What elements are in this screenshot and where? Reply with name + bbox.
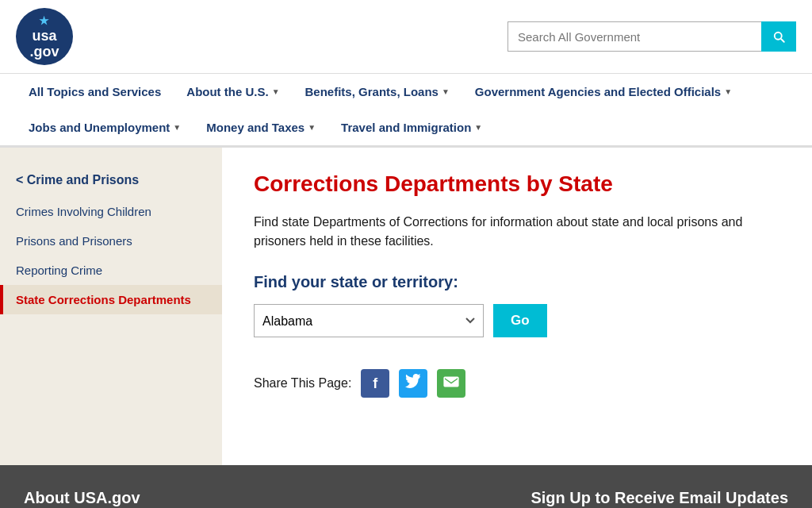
nav-link-all-topics[interactable]: All Topics and Services (16, 74, 174, 112)
go-button[interactable]: Go (493, 304, 547, 337)
nav-item-travel: Travel and Immigration ▼ (328, 110, 495, 145)
sidebar-item-state-corrections: State Corrections Departments (0, 285, 222, 314)
state-selector: Alabama Alaska Arizona Arkansas Californ… (254, 304, 780, 337)
sidebar-link-state-corrections[interactable]: State Corrections Departments (3, 285, 222, 314)
search-icon (772, 29, 786, 44)
nav-link-travel[interactable]: Travel and Immigration ▼ (328, 110, 495, 148)
twitter-share-button[interactable] (399, 369, 427, 398)
sidebar-nav-list: Crimes Involving Children Prisons and Pr… (0, 197, 222, 314)
sidebar-item-crimes-children: Crimes Involving Children (0, 197, 222, 226)
footer-about-heading: About USA.gov (24, 489, 163, 507)
state-select[interactable]: Alabama Alaska Arizona Arkansas Californ… (254, 304, 484, 337)
sidebar-back-link[interactable]: < Crime and Prisons (0, 164, 222, 197)
sidebar-link-reporting-crime[interactable]: Reporting Crime (0, 256, 222, 285)
sidebar: < Crime and Prisons Crimes Involving Chi… (0, 148, 222, 465)
usagov-logo: ★ usa .gov (16, 8, 73, 65)
email-icon (443, 375, 459, 391)
nav-item-government: Government Agencies and Elected Official… (462, 74, 745, 110)
logo-area: ★ usa .gov (16, 8, 73, 65)
chevron-down-icon: ▼ (308, 123, 316, 132)
find-state-label: Find your state or territory: (254, 273, 780, 291)
nav-item-about: About the U.S. ▼ (174, 74, 292, 110)
logo-star-icon: ★ (39, 14, 49, 27)
main-content: Corrections Departments by State Find st… (222, 148, 812, 465)
nav-item-all-topics: All Topics and Services (16, 74, 174, 110)
facebook-icon: f (373, 375, 377, 392)
search-area (508, 21, 796, 52)
facebook-share-button[interactable]: f (361, 369, 389, 398)
site-footer: About USA.gov About Us and Site Notices … (0, 465, 812, 508)
chevron-down-icon: ▼ (724, 87, 732, 96)
site-header: ★ usa .gov (0, 0, 812, 74)
footer-right: Sign Up to Receive Email Updates (530, 489, 788, 507)
footer-left: About USA.gov About Us and Site Notices (24, 489, 163, 508)
search-button[interactable] (761, 21, 796, 52)
nav-link-jobs[interactable]: Jobs and Unemployment ▼ (16, 110, 193, 148)
sidebar-link-crimes-children[interactable]: Crimes Involving Children (0, 197, 222, 226)
chevron-down-icon: ▼ (173, 123, 181, 132)
footer-signup-heading: Sign Up to Receive Email Updates (530, 489, 788, 507)
email-share-button[interactable] (437, 369, 465, 398)
chevron-down-icon: ▼ (474, 123, 482, 132)
page-description: Find state Departments of Corrections fo… (254, 213, 780, 251)
share-section: Share This Page: f (254, 369, 780, 398)
page-title: Corrections Departments by State (254, 171, 780, 197)
nav-item-money: Money and Taxes ▼ (193, 110, 328, 145)
sidebar-item-prisons: Prisons and Prisoners (0, 226, 222, 256)
nav-item-jobs: Jobs and Unemployment ▼ (16, 110, 193, 145)
chevron-down-icon: ▼ (442, 87, 450, 96)
main-container: < Crime and Prisons Crimes Involving Chi… (0, 148, 812, 465)
nav-link-about[interactable]: About the U.S. ▼ (174, 74, 292, 112)
nav-link-money[interactable]: Money and Taxes ▼ (193, 110, 328, 148)
chevron-down-icon: ▼ (272, 87, 280, 96)
sidebar-item-reporting-crime: Reporting Crime (0, 256, 222, 285)
nav-link-government[interactable]: Government Agencies and Elected Official… (462, 74, 745, 112)
nav-link-benefits[interactable]: Benefits, Grants, Loans ▼ (293, 74, 462, 112)
search-input[interactable] (508, 21, 761, 52)
main-nav: All Topics and Services About the U.S. ▼… (0, 74, 812, 148)
nav-item-benefits: Benefits, Grants, Loans ▼ (293, 74, 462, 110)
sidebar-link-prisons[interactable]: Prisons and Prisoners (0, 226, 222, 256)
twitter-icon (405, 374, 421, 394)
nav-list: All Topics and Services About the U.S. ▼… (16, 74, 796, 145)
share-label: Share This Page: (254, 376, 351, 391)
